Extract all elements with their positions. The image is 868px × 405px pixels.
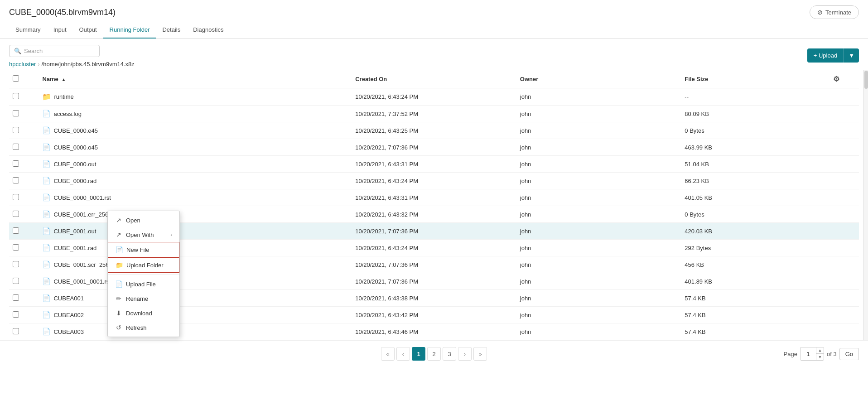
tab-input[interactable]: Input: [47, 22, 73, 39]
table-row[interactable]: 📄 CUBE_0000.o45 10/20/2021, 7:07:36 PM j…: [9, 139, 859, 156]
context-menu-item-new-file[interactable]: 📄 New File: [108, 242, 179, 257]
row-checkbox[interactable]: [13, 311, 19, 318]
col-name-label: Name: [42, 76, 58, 82]
row-checkbox[interactable]: [13, 261, 19, 267]
col-header-actions[interactable]: ⚙: [829, 70, 859, 88]
page-3-btn[interactable]: 3: [443, 347, 456, 361]
tab-summary[interactable]: Summary: [9, 22, 47, 39]
tab-diagnostics[interactable]: Diagnostics: [187, 22, 230, 39]
tab-running-folder[interactable]: Running Folder: [103, 22, 156, 39]
table-row[interactable]: 📄 access.log 10/20/2021, 7:37:52 PM john…: [9, 106, 859, 122]
page-jump-input[interactable]: [800, 347, 816, 360]
breadcrumb-path: /home/john/pbs.45.blrvm9vm14.x8z: [42, 61, 135, 68]
context-menu-icon-open-with: ↗: [115, 231, 122, 238]
breadcrumb: hpccluster › /home/john/pbs.45.blrvm9vm1…: [9, 60, 807, 68]
page-jump: Page ▲ ▼ of 3 Go: [784, 347, 859, 361]
row-checkbox[interactable]: [13, 110, 19, 116]
row-created: 10/20/2021, 6:43:24 PM: [352, 240, 516, 256]
context-menu-item-upload-file[interactable]: 📄 Upload File: [108, 277, 179, 291]
row-checkbox[interactable]: [13, 177, 19, 183]
row-checkbox[interactable]: [13, 144, 19, 150]
row-actions: [829, 223, 859, 240]
row-checkbox[interactable]: [13, 93, 19, 99]
page-1-btn[interactable]: 1: [412, 347, 425, 361]
row-checkbox[interactable]: [13, 194, 19, 200]
context-menu-item-refresh[interactable]: ↺ Refresh: [108, 320, 179, 335]
row-actions: [829, 323, 859, 340]
row-checkbox[interactable]: [13, 328, 19, 334]
context-menu-label-upload-folder: Upload Folder: [126, 262, 164, 269]
context-menu-item-open[interactable]: ↗ Open: [108, 213, 179, 227]
col-size-label: File Size: [685, 76, 708, 82]
row-created: 10/20/2021, 6:43:42 PM: [352, 307, 516, 323]
col-header-created[interactable]: Created On: [352, 70, 516, 88]
table-row[interactable]: 📄 CUBE_0000.rad 10/20/2021, 6:43:24 PM j…: [9, 173, 859, 189]
context-menu-label-open-with: Open With: [126, 231, 154, 238]
page-first-btn[interactable]: «: [381, 347, 395, 361]
row-checkbox-cell: [9, 206, 39, 223]
row-checkbox[interactable]: [13, 211, 19, 217]
gear-icon[interactable]: ⚙: [833, 75, 839, 83]
page-jump-go-btn[interactable]: Go: [839, 348, 859, 360]
row-name: 📄 CUBE_0001.rad: [39, 240, 352, 256]
page-next-btn[interactable]: ›: [458, 347, 472, 361]
row-size: 80.09 KB: [681, 106, 829, 122]
row-owner: john: [516, 206, 681, 223]
row-actions: [829, 173, 859, 189]
row-name: 📁 runtime: [39, 88, 352, 106]
table-row[interactable]: 📁 runtime 10/20/2021, 6:43:24 PM john --: [9, 88, 859, 106]
row-name: 📄 CUBE_0001.err_25630.out: [39, 206, 352, 223]
col-header-name[interactable]: Name ▲: [39, 70, 352, 88]
breadcrumb-cluster[interactable]: hpccluster: [9, 61, 36, 68]
page-jump-total: of 3: [827, 351, 837, 357]
search-box: 🔍: [9, 45, 100, 57]
upload-button[interactable]: + Upload ▼: [807, 48, 859, 63]
tab-details[interactable]: Details: [156, 22, 187, 39]
row-actions: [829, 122, 859, 139]
page-prev-btn[interactable]: ‹: [396, 347, 410, 361]
row-checkbox[interactable]: [13, 278, 19, 284]
col-header-size[interactable]: File Size: [681, 70, 829, 88]
upload-dropdown-arrow[interactable]: ▼: [844, 48, 859, 63]
row-size: --: [681, 88, 829, 106]
search-input[interactable]: [24, 48, 95, 54]
terminate-button[interactable]: ⊘ Terminate: [810, 5, 859, 19]
context-menu-item-open-with[interactable]: ↗ Open With ›: [108, 227, 179, 242]
row-checkbox[interactable]: [13, 127, 19, 133]
row-size: 463.99 KB: [681, 139, 829, 156]
col-header-owner[interactable]: Owner: [516, 70, 681, 88]
tab-output[interactable]: Output: [73, 22, 103, 39]
row-checkbox[interactable]: [13, 160, 19, 167]
context-menu-item-download[interactable]: ⬇ Download: [108, 306, 179, 320]
search-icon: 🔍: [14, 48, 21, 54]
table-row[interactable]: 📄 CUBE_0000_0001.rst 10/20/2021, 6:43:31…: [9, 189, 859, 206]
row-owner: john: [516, 122, 681, 139]
row-actions: [829, 189, 859, 206]
select-all-checkbox[interactable]: [13, 75, 19, 82]
row-owner: john: [516, 189, 681, 206]
page-jump-down[interactable]: ▼: [816, 354, 824, 360]
page-jump-up[interactable]: ▲: [816, 347, 824, 354]
row-size: 0 Bytes: [681, 206, 829, 223]
page-2-btn[interactable]: 2: [427, 347, 441, 361]
context-menu-label-upload-file: Upload File: [126, 281, 156, 288]
scrollbar[interactable]: [863, 70, 868, 340]
page-last-btn[interactable]: »: [473, 347, 487, 361]
table-row[interactable]: 📄 CUBE_0000.out 10/20/2021, 6:43:31 PM j…: [9, 156, 859, 173]
row-checkbox[interactable]: [13, 227, 19, 234]
row-checkbox[interactable]: [13, 244, 19, 251]
table-row[interactable]: 📄 CUBE_0000.e45 10/20/2021, 6:43:25 PM j…: [9, 122, 859, 139]
context-menu-item-upload-folder[interactable]: 📁 Upload Folder: [108, 257, 179, 273]
row-created: 10/20/2021, 6:43:31 PM: [352, 189, 516, 206]
row-name: 📄 CUBE_0000_0001.rst: [39, 189, 352, 206]
row-size: 0 Bytes: [681, 122, 829, 139]
select-all-header[interactable]: [9, 70, 39, 88]
row-checkbox[interactable]: [13, 294, 19, 301]
row-checkbox-cell: [9, 290, 39, 307]
upload-label: + Upload: [807, 48, 844, 63]
row-actions: [829, 206, 859, 223]
row-owner: john: [516, 88, 681, 106]
context-menu-label-new-file: New File: [126, 246, 149, 253]
scroll-thumb[interactable]: [864, 71, 868, 89]
context-menu-item-rename[interactable]: ✏ Rename: [108, 291, 179, 306]
